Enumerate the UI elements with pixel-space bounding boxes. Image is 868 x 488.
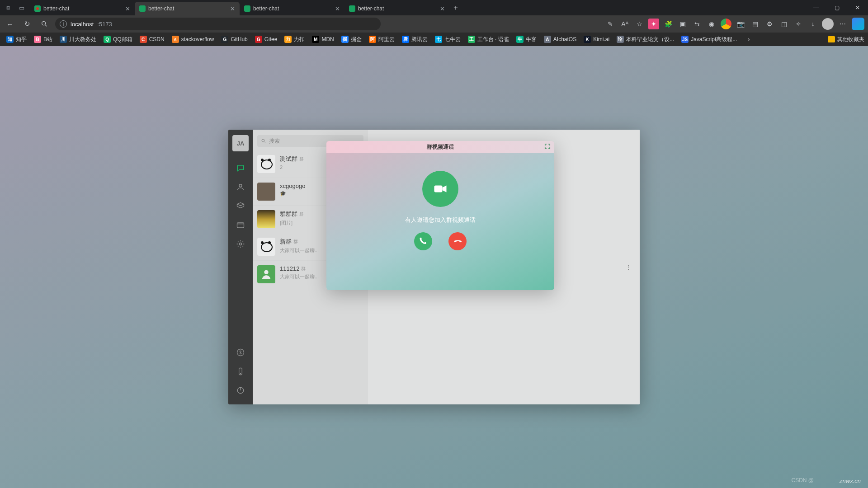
camera-icon[interactable]: 📷 [735, 19, 746, 29]
bookmark-label: QQ邮箱 [113, 36, 132, 43]
extension-icon[interactable]: ✦ [648, 19, 659, 29]
watermark-site: znwx.cn [840, 478, 861, 484]
extension3-icon[interactable]: ◉ [706, 19, 717, 29]
bookmark-item[interactable]: 知知乎 [4, 35, 29, 44]
bookmark-icon: JS [681, 36, 689, 43]
other-bookmarks-folder[interactable]: 其他收藏夹 [828, 36, 864, 43]
other-bookmarks-label: 其他收藏夹 [837, 36, 864, 43]
bookmarks-overflow-icon[interactable]: › [743, 36, 754, 43]
edit-icon[interactable]: ✎ [605, 19, 616, 29]
bookmark-item[interactable]: 阿阿里云 [366, 35, 397, 44]
svg-rect-19 [434, 186, 443, 192]
performance-icon[interactable]: ⚙ [764, 19, 775, 29]
bookmark-item[interactable]: CCSDN [137, 35, 167, 44]
refresh-button[interactable]: ↻ [21, 18, 33, 30]
read-aloud-icon[interactable]: Aᴬ [619, 19, 630, 29]
back-button[interactable]: ← [4, 18, 16, 30]
vscode-icon[interactable]: ⧈ [3, 2, 14, 13]
bookmark-label: stackoverflow [181, 36, 214, 42]
invite-text: 有人邀请您加入群视频通话 [405, 216, 476, 224]
screenshot-icon[interactable]: ▣ [677, 19, 688, 29]
svg-line-1 [45, 25, 47, 26]
bookmark-item[interactable]: 掘掘金 [339, 35, 364, 44]
fullscreen-icon[interactable] [544, 143, 551, 150]
bookmark-label: 腾讯云 [411, 36, 428, 43]
bookmark-item[interactable]: 七七牛云 [432, 35, 463, 44]
bookmark-item[interactable]: 力力扣 [282, 35, 307, 44]
browser-chrome: ⧈ ▭ better-chat ✕ better-chat ✕ better-c… [0, 0, 868, 46]
bookmark-label: 川大教务处 [69, 36, 96, 43]
bookmark-label: 知乎 [16, 36, 27, 43]
watermark-csdn: CSDN @ [791, 477, 814, 483]
tab-favicon-icon [139, 5, 146, 12]
address-bar[interactable]: i localhost:5173 [55, 18, 381, 30]
tabs-overview-icon[interactable]: ▭ [16, 2, 27, 13]
folder-icon [828, 36, 835, 42]
bookmark-icon: 力 [284, 36, 292, 43]
collections-icon[interactable]: ✧ [793, 19, 804, 29]
bookmark-item[interactable]: 牛牛客 [514, 35, 539, 44]
more-menu-icon[interactable]: ⋯ [837, 19, 848, 29]
copilot-icon[interactable] [852, 18, 864, 30]
split-screen-icon[interactable]: ◫ [778, 19, 789, 29]
accept-call-button[interactable] [414, 232, 432, 250]
bookmark-item[interactable]: 论本科毕业论文（设... [614, 35, 677, 44]
bookmark-item[interactable]: QQQ邮箱 [101, 35, 135, 44]
downloads-icon[interactable]: ↓ [807, 19, 818, 29]
bookmark-item[interactable]: AAIchatOS [541, 35, 579, 44]
reader-icon[interactable]: ▤ [750, 19, 760, 29]
bookmark-label: 牛客 [526, 36, 537, 43]
search-button[interactable] [38, 18, 51, 30]
favorite-star-icon[interactable]: ☆ [634, 19, 645, 29]
window-maximize-button[interactable]: ▢ [826, 0, 847, 15]
bookmarks-bar: 知知乎BB站川川大教务处QQQ邮箱CCSDNsstackoverflowGGit… [0, 33, 868, 46]
tab-favicon-icon [244, 5, 250, 12]
bookmark-item[interactable]: KKimi.ai [581, 35, 612, 44]
bookmark-item[interactable]: sstackoverflow [169, 35, 217, 44]
browser-tab[interactable]: better-chat ✕ [135, 2, 240, 15]
bookmark-icon: 掘 [341, 36, 349, 43]
bookmark-icon: K [584, 36, 591, 43]
browser-tab[interactable]: better-chat ✕ [30, 2, 135, 15]
bookmark-icon: Q [104, 36, 111, 43]
bookmark-item[interactable]: GGitHub [218, 35, 250, 44]
bookmark-label: Gitee [264, 36, 278, 42]
chrome-icon[interactable] [721, 19, 731, 29]
bookmark-item[interactable]: MMDN [309, 35, 336, 44]
browser-tab[interactable]: better-chat ✕ [344, 2, 449, 15]
bookmark-icon: 腾 [402, 36, 409, 43]
tab-close-icon[interactable]: ✕ [440, 5, 445, 12]
bookmark-icon: 工 [468, 36, 475, 43]
bookmark-item[interactable]: BB站 [31, 35, 55, 44]
bookmark-label: AIchatOS [553, 36, 576, 42]
tab-close-icon[interactable]: ✕ [125, 5, 130, 12]
bookmark-item[interactable]: 腾腾讯云 [399, 35, 430, 44]
tab-favicon-icon [34, 5, 41, 12]
tab-title: better-chat [43, 5, 69, 12]
reject-call-button[interactable] [448, 232, 467, 250]
group-video-call-modal: 群视频通话 有人邀请您加入群视频通话 [326, 141, 554, 290]
bookmark-label: 力扣 [294, 36, 305, 43]
sync-icon[interactable]: ⇆ [692, 19, 703, 29]
page-viewport: JA [0, 46, 868, 488]
bookmark-icon: M [312, 36, 319, 43]
bookmark-label: B站 [43, 36, 52, 43]
new-tab-button[interactable]: ＋ [449, 0, 462, 15]
bookmark-icon: B [34, 36, 41, 43]
tab-close-icon[interactable]: ✕ [335, 5, 340, 12]
bookmark-item[interactable]: 川川大教务处 [57, 35, 99, 44]
site-info-icon[interactable]: i [60, 20, 67, 28]
bookmark-icon: 川 [60, 36, 67, 43]
bookmark-item[interactable]: 工工作台 · 语雀 [465, 35, 512, 44]
browser-tab[interactable]: better-chat ✕ [240, 2, 344, 15]
extension2-icon[interactable]: 🧩 [663, 19, 674, 29]
bookmark-item[interactable]: JSJavaScript高级程... [679, 35, 740, 44]
bookmark-item[interactable]: GGitee [252, 35, 280, 44]
bookmark-icon: A [544, 36, 551, 43]
window-close-button[interactable]: ✕ [847, 0, 868, 15]
video-call-icon [422, 171, 458, 207]
tab-close-icon[interactable]: ✕ [230, 5, 235, 12]
profile-avatar[interactable] [822, 18, 834, 30]
tab-title: better-chat [358, 5, 384, 12]
window-minimize-button[interactable]: — [806, 0, 826, 15]
